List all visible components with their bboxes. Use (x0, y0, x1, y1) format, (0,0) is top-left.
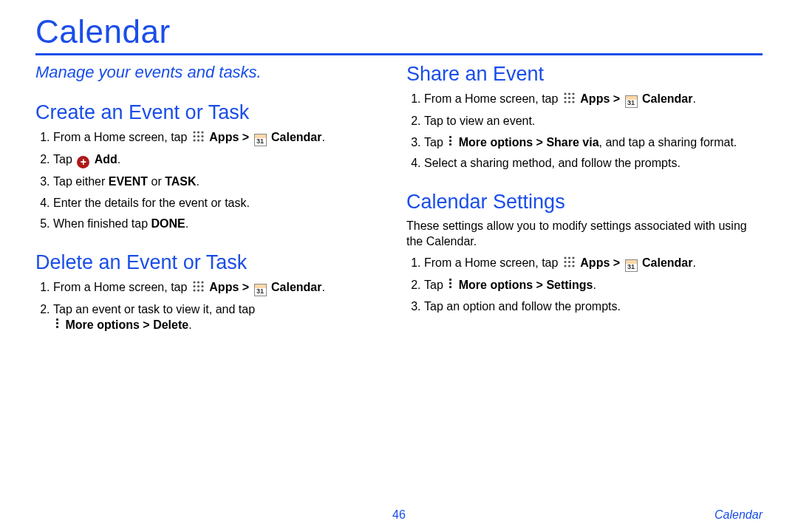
right-column: Share an Event From a Home screen, tap A… (406, 63, 763, 338)
page-footer: 46 Calendar (0, 508, 798, 522)
svg-point-35 (572, 265, 574, 267)
svg-point-8 (201, 139, 203, 141)
text: Tap either (53, 175, 109, 188)
settings-intro: These settings allow you to modify setti… (406, 218, 763, 250)
list-item: From a Home screen, tap Apps > 31 Calend… (53, 279, 392, 296)
title-divider (35, 53, 763, 55)
text: Apps > (209, 281, 252, 293)
heading-settings: Calendar Settings (406, 191, 763, 214)
more-options-icon (447, 278, 454, 290)
text: From a Home screen, tap (424, 92, 562, 105)
create-steps: From a Home screen, tap Apps > 31 Calend… (35, 129, 392, 232)
text: , and tap a sharing format. (599, 136, 737, 149)
left-column: Manage your events and tasks. Create an … (35, 63, 392, 338)
apps-icon (192, 130, 205, 143)
svg-point-9 (193, 281, 195, 283)
svg-point-2 (201, 131, 203, 133)
text: Apps > (580, 256, 623, 269)
svg-point-25 (568, 100, 570, 103)
svg-point-7 (197, 139, 200, 141)
svg-point-34 (568, 265, 570, 267)
more-options-icon (447, 135, 454, 148)
text: Calendar (271, 281, 321, 293)
list-item: From a Home screen, tap Apps > 31 Calend… (424, 91, 763, 108)
text: Tap an event or task to view it, and tap (53, 303, 255, 316)
text: When finished tap (53, 217, 151, 230)
text: . (185, 217, 188, 230)
text: Apps > (209, 131, 252, 143)
text: . (188, 318, 191, 331)
svg-point-26 (572, 100, 574, 103)
list-item: Tap to view an event. (424, 113, 763, 129)
svg-point-1 (197, 131, 200, 133)
text: From a Home screen, tap (53, 131, 191, 143)
text: EVENT (109, 175, 148, 188)
list-item: From a Home screen, tap Apps > 31 Calend… (53, 129, 392, 146)
text: . (692, 92, 695, 105)
svg-point-12 (193, 285, 195, 287)
page-number: 46 (392, 508, 406, 522)
svg-point-29 (572, 256, 574, 259)
svg-point-22 (568, 97, 570, 99)
list-item: From a Home screen, tap Apps > 31 Calend… (424, 255, 763, 272)
svg-point-21 (564, 97, 566, 99)
more-options-icon (54, 318, 61, 330)
svg-point-6 (193, 139, 195, 141)
text: . (692, 256, 695, 269)
heading-share: Share an Event (406, 63, 763, 86)
apps-icon (192, 280, 205, 293)
apps-icon (563, 92, 576, 104)
svg-point-28 (568, 256, 570, 259)
footer-section-label: Calendar (715, 508, 763, 522)
text: More options > Share via (459, 136, 599, 149)
page-title: Calendar (35, 13, 763, 50)
text: From a Home screen, tap (53, 281, 191, 293)
text: . (117, 153, 120, 166)
svg-point-18 (564, 92, 566, 95)
heading-create: Create an Event or Task (35, 101, 392, 124)
svg-point-32 (572, 261, 574, 263)
text: More options > Delete (65, 318, 188, 331)
list-item: Select a sharing method, and follow the … (424, 155, 763, 171)
svg-point-11 (201, 281, 203, 283)
text: From a Home screen, tap (424, 256, 562, 269)
settings-steps: From a Home screen, tap Apps > 31 Calend… (406, 255, 763, 314)
svg-point-33 (564, 265, 566, 267)
list-item: Enter the details for the event or task. (53, 195, 392, 211)
text: Add (95, 153, 117, 166)
text: Calendar (642, 256, 692, 269)
svg-point-19 (568, 92, 570, 95)
svg-point-13 (197, 285, 200, 287)
text: Tap (53, 153, 75, 166)
text: . (593, 279, 596, 291)
text: DONE (151, 217, 185, 230)
svg-point-31 (568, 261, 570, 263)
text: Calendar (271, 131, 321, 143)
list-item: Tap More options > Share via, and tap a … (424, 134, 763, 151)
svg-point-10 (197, 281, 200, 283)
calendar-icon: 31 (625, 259, 638, 272)
page-subtitle: Manage your events and tasks. (35, 63, 392, 82)
list-item: Tap an event or task to view it, and tap… (53, 301, 392, 333)
list-item: When finished tap DONE. (53, 216, 392, 232)
list-item: Tap + Add. (53, 151, 392, 168)
list-item: Tap either EVENT or TASK. (53, 174, 392, 190)
text: Tap (424, 279, 446, 291)
svg-point-23 (572, 97, 574, 99)
svg-point-27 (564, 256, 566, 259)
text: . (321, 281, 324, 293)
list-item: Tap More options > Settings. (424, 277, 763, 293)
add-icon: + (77, 156, 89, 168)
text: . (197, 175, 200, 188)
svg-point-4 (197, 135, 200, 137)
calendar-icon: 31 (254, 134, 267, 146)
apps-icon (563, 256, 576, 268)
svg-point-3 (193, 135, 195, 137)
text: or (148, 175, 165, 188)
calendar-icon: 31 (625, 95, 638, 108)
list-item: Tap an option and follow the prompts. (424, 299, 763, 315)
heading-delete: Delete an Event or Task (35, 251, 392, 274)
calendar-icon: 31 (254, 284, 267, 296)
svg-point-17 (201, 289, 203, 291)
svg-point-5 (201, 135, 203, 137)
